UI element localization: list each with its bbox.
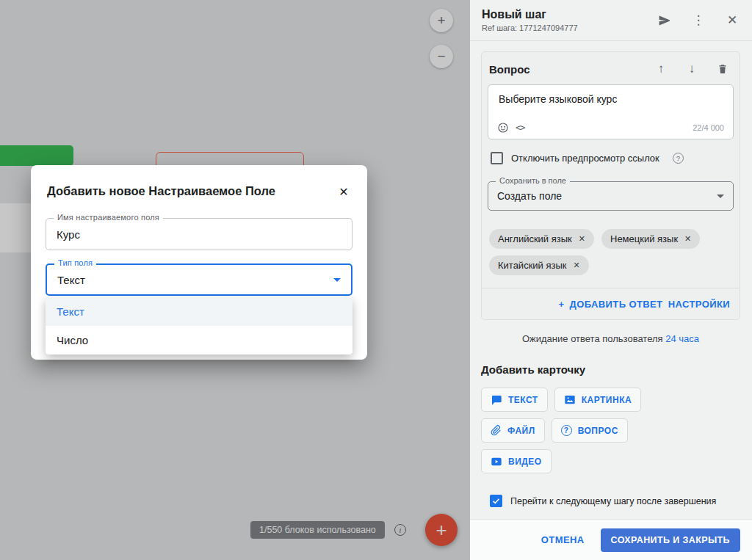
move-down-icon[interactable]: ↓ xyxy=(684,61,700,77)
answer-chips: Английский язык ✕ Немецкий язык ✕ Китайс… xyxy=(489,229,732,275)
send-icon[interactable] xyxy=(657,12,673,29)
dialog-title: Добавить новое Настраиваемое Поле xyxy=(47,184,275,198)
chip-label: Английский язык xyxy=(498,233,572,244)
dialog-close-button[interactable]: ✕ xyxy=(333,181,354,202)
add-card-title: Добавить карточку xyxy=(481,363,740,376)
add-custom-field-dialog: Добавить новое Настраиваемое Поле ✕ Имя … xyxy=(31,165,367,360)
field-type-label: Тип поля xyxy=(54,258,96,267)
answer-chip[interactable]: Китайский язык ✕ xyxy=(489,255,589,275)
remove-chip-icon[interactable]: ✕ xyxy=(574,261,580,270)
paperclip-icon xyxy=(491,425,502,436)
field-name-label: Имя настраиваемого поля xyxy=(54,213,163,222)
remove-chip-icon[interactable]: ✕ xyxy=(684,234,691,244)
step-title: Новый шаг xyxy=(482,8,578,21)
menu-option-text[interactable]: Текст xyxy=(46,297,352,326)
add-file-card-button[interactable]: ФАЙЛ xyxy=(481,418,545,443)
char-counter: 22/4 000 xyxy=(693,123,724,132)
field-name-input[interactable]: Имя настраиваемого поля Курс xyxy=(46,218,352,250)
close-icon[interactable]: ✕ xyxy=(724,12,740,29)
delete-icon[interactable] xyxy=(715,61,731,77)
field-type-value: Текст xyxy=(57,274,85,286)
check-icon xyxy=(491,496,501,506)
field-type-select[interactable]: Тип поля Текст xyxy=(46,263,352,296)
move-up-icon[interactable]: ↑ xyxy=(653,61,669,77)
panel-footer: ОТМЕНА СОХРАНИТЬ И ЗАКРЫТЬ xyxy=(470,519,752,560)
plus-icon: + xyxy=(559,299,565,310)
field-name-value: Курс xyxy=(57,228,80,241)
wait-duration-link[interactable]: 24 часа xyxy=(665,333,699,344)
image-icon xyxy=(564,394,576,406)
close-icon: ✕ xyxy=(339,185,348,199)
save-to-field-select[interactable]: Сохранить в поле Создать поле xyxy=(488,181,734,211)
panel-header: Новый шаг Ref шага: 1771247094777 ⋮ ✕ xyxy=(470,0,752,41)
add-image-card-button[interactable]: КАРТИНКА xyxy=(554,388,641,412)
help-icon[interactable]: ? xyxy=(673,153,684,164)
save-and-close-button[interactable]: СОХРАНИТЬ И ЗАКРЫТЬ xyxy=(601,528,740,552)
settings-button[interactable]: НАСТРОЙКИ xyxy=(668,299,730,310)
question-text-input[interactable]: Выберите языковой курс <> 22/4 000 xyxy=(488,84,734,139)
chevron-down-icon xyxy=(333,278,341,282)
code-icon[interactable]: <> xyxy=(516,123,524,133)
add-text-card-button[interactable]: ТЕКСТ xyxy=(481,388,548,412)
disable-preview-label: Отключить предпросмотр ссылок xyxy=(511,153,659,164)
answer-chip[interactable]: Немецкий язык ✕ xyxy=(601,229,700,249)
panel-body: Вопрос ↑ ↓ Выберите языковой курс <> 22/ xyxy=(470,41,752,519)
question-text: Выберите языковой курс xyxy=(499,93,723,105)
chat-icon xyxy=(491,394,502,406)
remove-chip-icon[interactable]: ✕ xyxy=(579,234,585,244)
question-icon: ? xyxy=(561,425,572,436)
wait-answer-row: Ожидание ответа пользователя 24 часа xyxy=(481,333,740,344)
goto-next-checkbox[interactable] xyxy=(490,495,502,507)
video-icon xyxy=(491,456,502,468)
add-answer-button[interactable]: + ДОБАВИТЬ ОТВЕТ xyxy=(559,299,663,310)
add-answer-label: ДОБАВИТЬ ОТВЕТ xyxy=(570,299,663,310)
goto-next-label: Перейти к следующему шагу после завершен… xyxy=(510,496,716,506)
answer-chip[interactable]: Английский язык ✕ xyxy=(489,229,594,249)
wait-answer-text: Ожидание ответа пользователя xyxy=(522,333,663,344)
save-to-field-value: Создать поле xyxy=(497,190,562,202)
type-dropdown-menu: Текст Число xyxy=(46,297,352,354)
emoji-icon[interactable] xyxy=(497,122,509,134)
disable-preview-checkbox[interactable] xyxy=(491,152,503,164)
card-type-buttons: ТЕКСТ КАРТИНКА ФАЙЛ ? ВОПРОС ВИДЕО xyxy=(481,388,701,473)
step-ref: Ref шага: 1771247094777 xyxy=(482,23,578,32)
question-block: Вопрос ↑ ↓ Выберите языковой курс <> 22/ xyxy=(481,51,740,320)
cancel-button[interactable]: ОТМЕНА xyxy=(532,528,593,551)
chip-label: Китайский язык xyxy=(498,260,567,271)
question-block-title: Вопрос xyxy=(489,63,530,76)
step-editor-panel: Новый шаг Ref шага: 1771247094777 ⋮ ✕ Во… xyxy=(470,0,752,560)
add-video-card-button[interactable]: ВИДЕО xyxy=(481,449,552,473)
more-options-icon[interactable]: ⋮ xyxy=(690,12,706,29)
menu-option-number[interactable]: Число xyxy=(46,326,352,354)
save-to-field-label: Сохранить в поле xyxy=(496,176,570,185)
add-question-card-button[interactable]: ? ВОПРОС xyxy=(552,418,628,443)
chevron-down-icon xyxy=(717,194,724,198)
chip-label: Немецкий язык xyxy=(610,233,678,244)
